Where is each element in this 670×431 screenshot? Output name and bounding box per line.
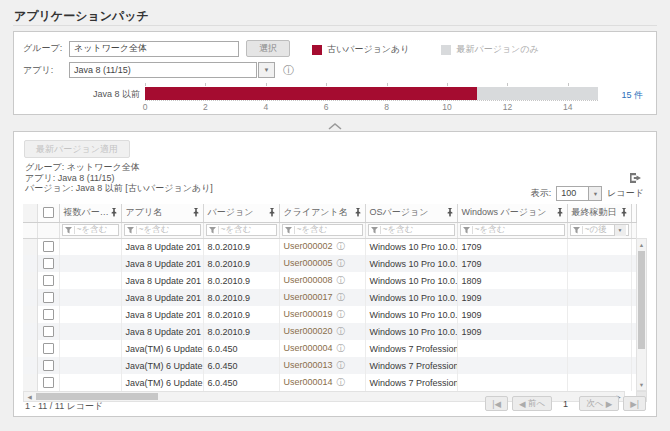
- table-row[interactable]: Java 8 Update 201 (6… 8.0.2010.9 User000…: [23, 306, 636, 323]
- export-icon[interactable]: [629, 170, 642, 182]
- axis-tick-mark: [326, 83, 327, 86]
- summary-group: グループ: ネットワーク全体: [25, 162, 213, 173]
- row-checkbox[interactable]: [43, 258, 54, 269]
- row-checkbox[interactable]: [43, 275, 54, 286]
- cell-app-name: Java(TM) 6 Update 45: [121, 340, 203, 357]
- info-icon[interactable]: ⓘ: [337, 343, 346, 353]
- col-client-name[interactable]: クライアント名: [279, 204, 365, 222]
- table-row[interactable]: Java 8 Update 201 (6… 8.0.2010.9 User000…: [23, 255, 636, 272]
- cell-client-name: User000017ⓘ: [279, 289, 365, 306]
- cell-app-name: Java 8 Update 201 (6…: [121, 255, 203, 272]
- last-page-button[interactable]: ▶|: [623, 396, 646, 411]
- info-icon[interactable]: ⓘ: [283, 65, 294, 76]
- cell-windows-version: [457, 340, 567, 357]
- col-version[interactable]: バージョン: [203, 204, 279, 222]
- col-app-name[interactable]: アプリ名: [121, 204, 203, 222]
- horizontal-scroll-thumb[interactable]: [36, 393, 158, 400]
- row-checkbox[interactable]: [43, 377, 54, 388]
- next-page-button[interactable]: 次へ ▶: [579, 396, 619, 411]
- axis-tick-mark: [145, 83, 146, 86]
- group-select-button[interactable]: 選択: [246, 40, 290, 57]
- prev-page-button[interactable]: ◀ 前へ: [512, 396, 552, 411]
- cell-client-name: User000004ⓘ: [279, 340, 365, 357]
- table-row[interactable]: Java(TM) 6 Update 45 6.0.450 User000004ⓘ…: [23, 340, 636, 357]
- cell-app-name: Java 8 Update 201 (6…: [121, 238, 203, 255]
- bar-count-link[interactable]: 15 件: [621, 89, 643, 102]
- pin-icon[interactable]: [620, 208, 628, 219]
- cell-multi-version: [59, 323, 121, 340]
- apply-latest-version-button[interactable]: 最新バージョン適用: [24, 140, 130, 158]
- cell-app-name: Java(TM) 6 Update 45: [121, 357, 203, 374]
- cell-client-name: User000020ⓘ: [279, 323, 365, 340]
- col-os-version[interactable]: OSバージョン: [365, 204, 457, 222]
- scroll-down-icon[interactable]: ▼: [637, 379, 646, 390]
- collapse-chevron-icon[interactable]: [327, 117, 343, 126]
- row-checkbox[interactable]: [43, 326, 54, 337]
- first-page-button[interactable]: |◀: [485, 396, 508, 411]
- cell-os-version: Windows 7 Professional 6.1.7…: [365, 374, 457, 391]
- filter-version[interactable]: ~を含む: [206, 224, 277, 236]
- info-icon[interactable]: ⓘ: [337, 309, 346, 319]
- pin-icon[interactable]: [192, 208, 200, 219]
- pin-icon[interactable]: [354, 208, 362, 219]
- bar-category-label: Java 8 以前: [74, 88, 140, 101]
- vertical-scrollbar[interactable]: ▲ ▼: [636, 238, 647, 391]
- col-windows-version[interactable]: Windows バージョン: [457, 204, 567, 222]
- table-row[interactable]: Java 8 Update 201 (6… 8.0.2010.9 User000…: [23, 289, 636, 306]
- bar-segment-new[interactable]: [477, 87, 598, 100]
- cell-client-name: User000014ⓘ: [279, 374, 365, 391]
- info-icon[interactable]: ⓘ: [337, 360, 346, 370]
- cell-windows-version: 1709: [457, 255, 567, 272]
- table-row[interactable]: Java 8 Update 201 (6… 8.0.2010.9 User000…: [23, 272, 636, 289]
- table-row[interactable]: Java 8 Update 201 (6… 8.0.2010.9 User000…: [23, 238, 636, 255]
- cell-last-active-date: [567, 272, 631, 289]
- info-icon[interactable]: ⓘ: [337, 326, 346, 336]
- row-checkbox[interactable]: [43, 360, 54, 371]
- filter-os-version[interactable]: ~を含む: [368, 224, 455, 236]
- filter-last-active-date[interactable]: ~の後▼: [570, 224, 629, 236]
- filter-multi-version[interactable]: ~を含む: [62, 224, 119, 236]
- filter-client-name[interactable]: ~を含む: [282, 224, 363, 236]
- info-icon[interactable]: ⓘ: [337, 241, 346, 251]
- filter-windows-version[interactable]: ~を含む: [460, 224, 565, 236]
- info-icon[interactable]: ⓘ: [337, 377, 346, 387]
- row-checkbox[interactable]: [43, 309, 54, 320]
- info-icon[interactable]: ⓘ: [337, 275, 346, 285]
- cell-last-active-date: [567, 374, 631, 391]
- cell-last-active-date: [567, 255, 631, 272]
- select-all-checkbox[interactable]: [43, 207, 54, 218]
- group-input[interactable]: [69, 41, 239, 57]
- table-row[interactable]: Java(TM) 6 Update 45 6.0.450 User000014ⓘ…: [23, 374, 636, 391]
- cell-last-active-date: [567, 357, 631, 374]
- page-size-select[interactable]: 100 ▼: [556, 186, 602, 201]
- col-last-active-date[interactable]: 最終稼動日: [567, 204, 631, 222]
- table-row[interactable]: Java 8 Update 201 (6… 8.0.2010.9 User000…: [23, 323, 636, 340]
- row-checkbox[interactable]: [43, 241, 54, 252]
- pin-icon[interactable]: [556, 208, 564, 219]
- chevron-down-icon[interactable]: ▼: [258, 62, 275, 78]
- scroll-up-icon[interactable]: ▲: [637, 239, 646, 250]
- header-row: 複数バー… アプリ名 バージョン クライアント名 OSバージョン Windows…: [23, 204, 636, 222]
- vertical-scroll-thumb[interactable]: [638, 251, 645, 349]
- cell-client-name: User000005ⓘ: [279, 255, 365, 272]
- application-patch-screen: アプリケーションパッチ グループ: 選択 古いバージョンあり 最新バージョンのみ…: [0, 0, 670, 431]
- info-icon[interactable]: ⓘ: [337, 258, 346, 268]
- table-body: Java 8 Update 201 (6… 8.0.2010.9 User000…: [23, 238, 636, 391]
- row-checkbox[interactable]: [43, 343, 54, 354]
- detail-panel: 最新バージョン適用 グループ: ネットワーク全体 アプリ: Java 8 (11…: [13, 131, 657, 417]
- col-multi-version[interactable]: 複数バー…: [59, 204, 121, 222]
- bar-segment-old[interactable]: [145, 87, 477, 100]
- info-icon[interactable]: ⓘ: [337, 292, 346, 302]
- pin-icon[interactable]: [446, 208, 454, 219]
- filter-app-name[interactable]: ~を含む: [124, 224, 201, 236]
- axis-tick-label: 8: [384, 102, 389, 112]
- bar-track[interactable]: [145, 87, 598, 100]
- cell-app-name: Java 8 Update 201 (6…: [121, 272, 203, 289]
- app-select[interactable]: Java 8 (11/15): [69, 62, 257, 78]
- row-checkbox[interactable]: [43, 292, 54, 303]
- page-size-control: 表示: 100 ▼ レコード: [531, 186, 644, 201]
- pin-icon[interactable]: [268, 208, 276, 219]
- cell-multi-version: [59, 272, 121, 289]
- pin-icon[interactable]: [110, 208, 118, 219]
- table-row[interactable]: Java(TM) 6 Update 45 6.0.450 User000013ⓘ…: [23, 357, 636, 374]
